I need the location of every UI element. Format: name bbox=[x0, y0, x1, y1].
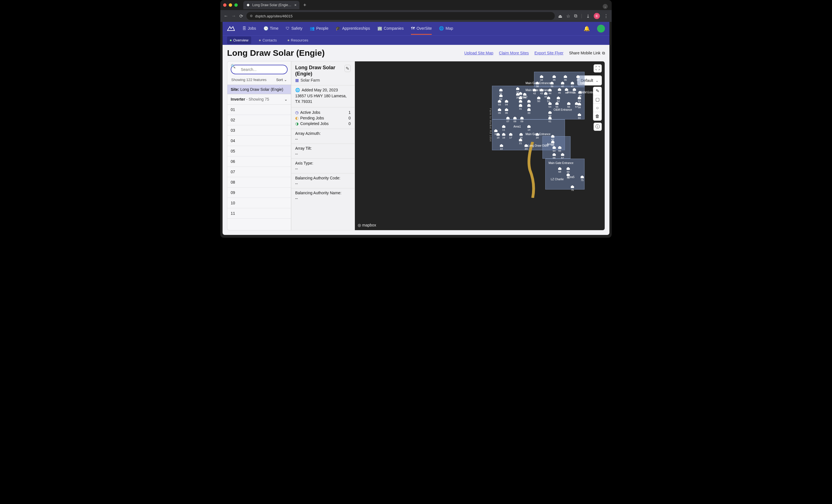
map-unit-marker[interactable]: 03 bbox=[496, 100, 503, 106]
nav-oversite[interactable]: 🗺OverSite bbox=[411, 23, 432, 35]
map-unit-marker[interactable]: 75 bbox=[579, 176, 586, 182]
map-unit-marker[interactable]: 55 bbox=[554, 102, 561, 108]
list-item[interactable]: 06 bbox=[227, 156, 291, 167]
bookmark-star-icon[interactable]: ☆ bbox=[566, 14, 570, 19]
map-unit-marker[interactable]: 01 bbox=[498, 88, 504, 95]
map-unit-marker[interactable]: 65 bbox=[556, 146, 563, 152]
browser-tab[interactable]: Long Draw Solar (Engie) · Ove… × bbox=[243, 1, 300, 9]
map-unit-marker[interactable]: 14 bbox=[526, 125, 532, 131]
map-unit-marker[interactable]: 04 bbox=[503, 100, 510, 106]
map-unit-marker[interactable]: 60 bbox=[576, 113, 583, 120]
subnav-overview[interactable]: Overview bbox=[227, 36, 251, 44]
map-unit-marker[interactable]: 67 bbox=[559, 153, 566, 159]
nav-apprenticeships[interactable]: 🎓Apprenticeships bbox=[336, 23, 370, 35]
nav-forward-button[interactable]: → bbox=[232, 14, 236, 19]
draw-point-tool[interactable]: ○ bbox=[593, 104, 602, 112]
fullscreen-button[interactable]: ⛶ bbox=[594, 64, 602, 73]
draw-polygon-tool[interactable]: ▢ bbox=[593, 95, 602, 104]
map-unit-marker[interactable]: 37 bbox=[575, 75, 581, 81]
map-unit-marker[interactable]: 09 bbox=[519, 116, 525, 123]
map-unit-marker[interactable]: 31 bbox=[517, 104, 524, 110]
browser-menu-icon[interactable]: ⋮ bbox=[604, 14, 608, 19]
list-item[interactable]: 09 bbox=[227, 188, 291, 198]
edit-button[interactable]: ✎ bbox=[344, 65, 351, 72]
map-unit-marker[interactable]: 08 bbox=[512, 116, 518, 123]
map-unit-marker[interactable]: 40 bbox=[559, 82, 566, 88]
url-bar[interactable]: ⚙ dsptch.app/sites/46015 bbox=[246, 12, 555, 20]
map-unit-marker[interactable]: 16 bbox=[500, 133, 507, 139]
new-tab-button[interactable]: + bbox=[302, 2, 308, 8]
map-unit-marker[interactable]: 22 bbox=[498, 144, 505, 150]
nav-time[interactable]: 🕓Time bbox=[263, 23, 279, 35]
list-item[interactable]: 10 bbox=[227, 198, 291, 208]
map-unit-marker[interactable]: 34 bbox=[538, 75, 545, 81]
link-upload-site-map[interactable]: Upload Site Map bbox=[464, 51, 493, 55]
map-unit-marker[interactable]: 06 bbox=[503, 108, 510, 114]
map-unit-marker[interactable]: 35 bbox=[551, 75, 557, 81]
link-export-site-flyer[interactable]: Export Site Flyer bbox=[534, 51, 563, 55]
map-unit-marker[interactable]: 62 bbox=[549, 135, 556, 141]
list-item[interactable]: 08 bbox=[227, 177, 291, 188]
map-unit-marker[interactable]: 07 bbox=[504, 116, 511, 123]
map-unit-marker[interactable]: 58 bbox=[576, 103, 583, 109]
window-minimize-icon[interactable] bbox=[229, 3, 232, 7]
window-menu-caret[interactable]: ⌄ bbox=[603, 4, 608, 9]
map-unit-marker[interactable]: 33 bbox=[526, 108, 532, 114]
subnav-contacts[interactable]: Contacts bbox=[256, 36, 280, 44]
tab-close-icon[interactable]: × bbox=[294, 3, 296, 7]
link-claim-more-sites[interactable]: Claim More Sites bbox=[499, 51, 529, 55]
window-close-icon[interactable] bbox=[223, 3, 227, 7]
map-unit-marker[interactable]: 66 bbox=[551, 153, 557, 159]
inverter-section-header[interactable]: Inverter - Showing 75 ⌄ bbox=[227, 94, 291, 105]
list-item[interactable]: 02 bbox=[227, 115, 291, 125]
map-unit-marker[interactable]: 11 bbox=[500, 125, 507, 131]
map-unit-marker[interactable]: 52 bbox=[555, 97, 562, 103]
nav-companies[interactable]: 🏢Companies bbox=[377, 23, 404, 35]
map-unit-marker[interactable]: 41 bbox=[569, 82, 576, 88]
site-info-icon[interactable]: ⚙ bbox=[250, 14, 253, 18]
list-item[interactable]: 04 bbox=[227, 136, 291, 146]
nav-map[interactable]: 🌐Map bbox=[439, 23, 453, 35]
map-unit-marker[interactable]: 68 bbox=[556, 167, 563, 173]
window-maximize-icon[interactable] bbox=[234, 3, 238, 7]
map-unit-marker[interactable]: 59 bbox=[547, 111, 553, 117]
nav-jobs[interactable]: 🗄Jobs bbox=[242, 23, 256, 35]
map-unit-marker[interactable]: 50 bbox=[536, 97, 542, 103]
nav-back-button[interactable]: ← bbox=[224, 14, 228, 19]
map-info-button[interactable]: ⓘ bbox=[594, 123, 602, 131]
list-item[interactable]: 05 bbox=[227, 146, 291, 156]
app-logo-icon[interactable] bbox=[227, 26, 235, 32]
map-unit-marker[interactable]: 61 bbox=[547, 116, 553, 123]
map-unit-marker[interactable]: 21 bbox=[517, 138, 524, 144]
user-avatar[interactable] bbox=[597, 25, 605, 32]
notifications-bell-icon[interactable]: 🔔 bbox=[583, 26, 590, 32]
install-app-icon[interactable]: ⏏ bbox=[558, 14, 562, 19]
search-input[interactable] bbox=[231, 65, 288, 74]
delete-tool[interactable]: 🗑 bbox=[593, 112, 602, 121]
map-unit-marker[interactable]: 18 bbox=[518, 133, 524, 139]
mapbox-attribution[interactable]: ◎ mapbox bbox=[358, 223, 376, 227]
map-unit-marker[interactable]: 02 bbox=[498, 94, 504, 100]
map-unit-marker[interactable]: 51 bbox=[545, 97, 552, 103]
downloads-icon[interactable]: ⤓ bbox=[586, 14, 590, 19]
list-item[interactable]: 11 bbox=[227, 208, 291, 219]
nav-safety[interactable]: 🛡Safety bbox=[286, 23, 303, 35]
list-item[interactable]: 07 bbox=[227, 167, 291, 177]
sort-button[interactable]: Sort⌄ bbox=[276, 78, 287, 82]
map-unit-marker[interactable]: 69 bbox=[565, 167, 572, 173]
nav-reload-button[interactable]: ⟳ bbox=[239, 14, 243, 19]
share-mobile-link-button[interactable]: Share Mobile Link ⧉ bbox=[569, 51, 605, 55]
list-item[interactable]: 03 bbox=[227, 125, 291, 136]
map-unit-marker[interactable]: 17 bbox=[508, 133, 514, 139]
subnav-resources[interactable]: Resources bbox=[285, 36, 311, 44]
map-panel[interactable]: ⛶ Default⌄ ✎ ▢ ○ 🗑 ⓘ bbox=[355, 61, 605, 231]
extensions-icon[interactable]: ⧉ bbox=[574, 14, 577, 19]
map-unit-marker[interactable]: 05 bbox=[496, 108, 503, 114]
map-unit-marker[interactable]: 45 bbox=[556, 88, 563, 94]
profile-avatar[interactable]: C bbox=[594, 13, 600, 19]
map-unit-marker[interactable]: 54 bbox=[547, 102, 553, 108]
list-item[interactable]: 01 bbox=[227, 105, 291, 115]
nav-people[interactable]: 👥People bbox=[310, 23, 329, 35]
site-selected-row[interactable]: Site: Long Draw Solar (Engie) bbox=[227, 85, 291, 94]
map-unit-marker[interactable]: 53 bbox=[576, 97, 583, 103]
